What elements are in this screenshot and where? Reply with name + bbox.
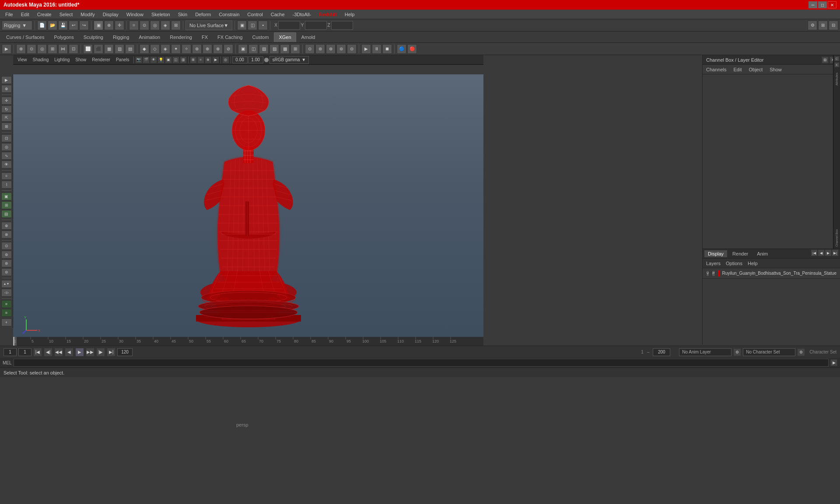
panel-float-btn[interactable]: ⊞ [822, 56, 829, 63]
tab-rendering[interactable]: Rendering [165, 32, 196, 42]
next-key-btn[interactable]: ▶▶ [86, 348, 94, 357]
menu-help[interactable]: Help [341, 11, 358, 18]
render-disp1[interactable]: ▣ [1, 192, 12, 200]
vp-val2[interactable] [248, 56, 263, 63]
tb2-anim1[interactable]: 🔵 [397, 44, 406, 54]
extra8[interactable]: ◁▷ [1, 289, 12, 297]
tab-arnold[interactable]: Arnold [297, 32, 320, 42]
bottom-btn[interactable]: + [1, 318, 12, 326]
tab-xgen[interactable]: XGen [274, 32, 296, 42]
render2-btn[interactable]: ◫ [248, 21, 257, 30]
new-file-btn[interactable]: 📄 [37, 21, 47, 30]
sculpt-tool[interactable]: ∿ [1, 152, 12, 160]
move-tool-btn[interactable]: ✛ [115, 21, 124, 30]
vp-panels-menu[interactable]: Panels [113, 56, 132, 64]
minimize-button[interactable]: ─ [808, 1, 817, 8]
close-button[interactable]: ✕ [828, 1, 836, 8]
tb2-i[interactable]: ▦ [104, 44, 114, 54]
tb2-s[interactable]: ⊗ [213, 44, 223, 54]
vp-eye-btn[interactable]: 👁 [150, 56, 157, 63]
tab-fx[interactable]: FX [197, 32, 212, 42]
render-disp3[interactable]: ▤ [1, 210, 12, 218]
vp-color-swatch[interactable] [264, 57, 269, 63]
menu-window[interactable]: Window [123, 11, 147, 18]
snap5-btn[interactable]: ⊞ [171, 21, 181, 30]
tb2-c[interactable]: ◎ [37, 44, 47, 54]
vp-val1[interactable] [232, 56, 248, 63]
menu-display[interactable]: Display [99, 11, 122, 18]
mel-run-btn[interactable]: ▶ [830, 359, 837, 366]
menu-control[interactable]: Control [244, 11, 266, 18]
extra6[interactable]: ⊜ [1, 268, 12, 276]
goto-end-btn[interactable]: ▶| [107, 348, 116, 357]
vp-shading-menu[interactable]: Shading [30, 56, 52, 64]
extra3[interactable]: ⊙ [1, 242, 12, 250]
vp-res-btn[interactable]: ⊕ [205, 56, 212, 63]
gamma-display[interactable]: sRGB gamma ▼ [270, 56, 309, 64]
vp-light-btn[interactable]: 💡 [158, 56, 164, 63]
workspace-dropdown[interactable]: Rigging ▼ [2, 21, 32, 30]
rotate-tool[interactable]: ↻ [1, 105, 12, 113]
layer-visibility[interactable]: V [706, 270, 709, 276]
select-tool[interactable]: ▶ [1, 76, 12, 84]
mel-input-field[interactable] [14, 359, 829, 367]
layer-row[interactable]: V P Ruyilun_Guanyin_Bodhisattva_Son_Tra_… [703, 268, 840, 279]
vp-view-menu[interactable]: View [15, 56, 30, 64]
options-menu[interactable]: Options [726, 261, 742, 266]
open-file-btn[interactable]: 📂 [48, 21, 57, 30]
vp-shade2-btn[interactable]: ◫ [172, 56, 179, 63]
extra10[interactable]: ≡ [1, 309, 12, 317]
tb2-v[interactable]: ◫ [248, 44, 258, 54]
tb2-1[interactable]: ⊙ [305, 44, 315, 54]
layer-render-tab[interactable]: Render [729, 250, 752, 257]
vp-renderer-menu[interactable]: Renderer [89, 56, 113, 64]
y-field[interactable] [305, 21, 327, 30]
layer-anim-tab[interactable]: Anim [753, 250, 771, 257]
menu-edit[interactable]: Edit [18, 11, 33, 18]
tb2-w[interactable]: ▧ [259, 44, 269, 54]
no-live-surface[interactable]: No Live Surface ▼ [186, 21, 232, 30]
layer-nav-next[interactable]: ▶ [825, 250, 831, 256]
prev-key-btn[interactable]: ◀◀ [54, 348, 63, 357]
tb2-e[interactable]: ⋈ [58, 44, 68, 54]
end-frame-field[interactable] [117, 348, 133, 356]
paint-select-tool[interactable]: ⊕ [1, 85, 12, 93]
tb2-select[interactable]: ▶ [2, 44, 11, 54]
extra1[interactable]: ⊕ [1, 222, 12, 230]
vp-cam-btn[interactable]: 📷 [135, 56, 142, 63]
char-set-options[interactable]: ⚙ [797, 348, 805, 356]
render1-btn[interactable]: ▣ [237, 21, 247, 30]
vp-film-btn[interactable]: 🎬 [143, 56, 150, 63]
extra7[interactable]: ▲▼ [1, 280, 12, 288]
tb2-m[interactable]: ◇ [150, 44, 160, 54]
menu-redshift[interactable]: Redshift [315, 11, 340, 18]
layer-nav-first[interactable]: |◀ [811, 250, 817, 256]
lasso-tool-btn[interactable]: ⊕ [104, 21, 114, 30]
layer-nav-prev[interactable]: ◀ [818, 250, 824, 256]
snap2-btn[interactable]: ⊙ [140, 21, 149, 30]
tab-show[interactable]: Show [768, 66, 784, 73]
layout-btn[interactable]: ⊞ [818, 21, 828, 30]
anim-layer-options[interactable]: ⚙ [733, 348, 741, 356]
tb2-x[interactable]: ▨ [270, 44, 279, 54]
tb2-u[interactable]: ▣ [238, 44, 248, 54]
menu-create[interactable]: Create [34, 11, 55, 18]
tb2-f[interactable]: ⊡ [69, 44, 78, 54]
menu-3dtoall[interactable]: -3DtoAll- [289, 11, 315, 18]
tab-edit[interactable]: Edit [732, 66, 743, 73]
tab-custom[interactable]: Custom [248, 32, 273, 42]
tab-channels[interactable]: Channels [704, 66, 728, 73]
menu-skeleton[interactable]: Skeleton [148, 11, 174, 18]
current-frame-field[interactable] [18, 348, 32, 356]
playback-range-end[interactable] [653, 348, 670, 356]
menu-modify[interactable]: Modify [77, 11, 98, 18]
select-tool-btn[interactable]: ▣ [94, 21, 103, 30]
vp-shade1-btn[interactable]: ▣ [165, 56, 172, 63]
tb2-q[interactable]: ⊛ [192, 44, 202, 54]
menu-cache[interactable]: Cache [267, 11, 288, 18]
tb2-z[interactable]: ⊞ [290, 44, 300, 54]
play-fwd-btn[interactable]: ▶ [75, 348, 84, 357]
redo-btn[interactable]: ↪ [79, 21, 89, 30]
layer-display-tab[interactable]: Display [704, 250, 727, 257]
vp-anim-btn[interactable]: ▶ [212, 56, 219, 63]
